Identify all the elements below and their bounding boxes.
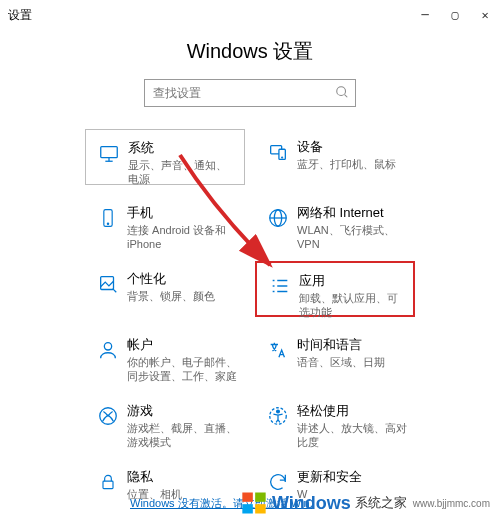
tile-title: 游戏 [127, 403, 237, 419]
svg-point-0 [337, 87, 346, 96]
xbox-icon [93, 403, 123, 427]
tile-gaming[interactable]: 游戏游戏栏、截屏、直播、游戏模式 [85, 393, 245, 449]
svg-rect-2 [101, 147, 118, 158]
tile-title: 个性化 [127, 271, 237, 287]
tile-desc: 讲述人、放大镜、高对比度 [297, 421, 407, 450]
page-title: Windows 设置 [0, 38, 500, 65]
watermark: Windows 系统之家 www.bjjmmc.com [240, 489, 490, 517]
tile-desc: 显示、声音、通知、电源 [128, 158, 236, 187]
svg-point-7 [282, 157, 283, 158]
tile-apps[interactable]: 应用卸载、默认应用、可选功能 [255, 261, 415, 317]
tile-title: 系统 [128, 140, 236, 156]
tile-accounts[interactable]: 帐户你的帐户、电子邮件、同步设置、工作、家庭 [85, 327, 245, 383]
search-input[interactable] [145, 86, 355, 100]
language-icon [263, 337, 293, 361]
tile-desc: 你的帐户、电子邮件、同步设置、工作、家庭 [127, 355, 237, 384]
tile-desc: 蓝牙、打印机、鼠标 [297, 157, 407, 171]
tile-title: 轻松使用 [297, 403, 407, 419]
svg-rect-28 [255, 504, 265, 513]
tile-system[interactable]: 系统显示、声音、通知、电源 [85, 129, 245, 185]
tile-devices[interactable]: 设备蓝牙、打印机、鼠标 [255, 129, 415, 185]
watermark-suffix: 系统之家 [355, 494, 407, 512]
tile-desc: 连接 Android 设备和 iPhone [127, 223, 237, 252]
tile-title: 手机 [127, 205, 237, 221]
tile-title: 应用 [299, 273, 405, 289]
display-icon [94, 140, 124, 164]
tile-desc: 背景、锁屏、颜色 [127, 289, 237, 303]
svg-point-9 [107, 223, 108, 224]
tile-title: 时间和语言 [297, 337, 407, 353]
settings-grid: 系统显示、声音、通知、电源 设备蓝牙、打印机、鼠标 手机连接 Android 设… [0, 129, 500, 515]
svg-rect-26 [255, 493, 265, 502]
phone-icon [93, 205, 123, 229]
svg-rect-25 [242, 493, 253, 502]
window-title: 设置 [8, 7, 410, 24]
minimize-button[interactable]: ─ [410, 0, 440, 30]
tile-network[interactable]: 网络和 InternetWLAN、飞行模式、VPN [255, 195, 415, 251]
search-box[interactable] [144, 79, 356, 107]
tile-time-language[interactable]: 时间和语言语音、区域、日期 [255, 327, 415, 383]
tile-title: 网络和 Internet [297, 205, 407, 221]
svg-rect-27 [242, 504, 253, 513]
tile-desc: 游戏栏、截屏、直播、游戏模式 [127, 421, 237, 450]
svg-point-23 [277, 410, 280, 413]
windows-logo-icon [240, 489, 268, 517]
tile-desc: 卸载、默认应用、可选功能 [299, 291, 405, 320]
accessibility-icon [263, 403, 293, 427]
tile-ease-of-access[interactable]: 轻松使用讲述人、放大镜、高对比度 [255, 393, 415, 449]
titlebar: 设置 ─ ▢ ✕ [0, 0, 500, 30]
svg-point-20 [104, 343, 111, 350]
tile-phone[interactable]: 手机连接 Android 设备和 iPhone [85, 195, 245, 251]
search-icon [335, 85, 349, 99]
devices-icon [263, 139, 293, 163]
tile-title: 隐私 [127, 469, 237, 485]
tile-title: 更新和安全 [297, 469, 407, 485]
tile-desc: 语音、区域、日期 [297, 355, 407, 369]
tile-desc: WLAN、飞行模式、VPN [297, 223, 407, 252]
paint-icon [93, 271, 123, 295]
watermark-brand: Windows [272, 493, 351, 514]
lock-icon [93, 469, 123, 493]
svg-rect-24 [103, 481, 113, 489]
svg-line-1 [345, 95, 348, 98]
globe-icon [263, 205, 293, 229]
tile-personalization[interactable]: 个性化背景、锁屏、颜色 [85, 261, 245, 317]
apps-icon [265, 273, 295, 297]
close-button[interactable]: ✕ [470, 0, 500, 30]
maximize-button[interactable]: ▢ [440, 0, 470, 30]
tile-title: 设备 [297, 139, 407, 155]
person-icon [93, 337, 123, 361]
tile-title: 帐户 [127, 337, 237, 353]
watermark-url: www.bjjmmc.com [413, 498, 490, 509]
